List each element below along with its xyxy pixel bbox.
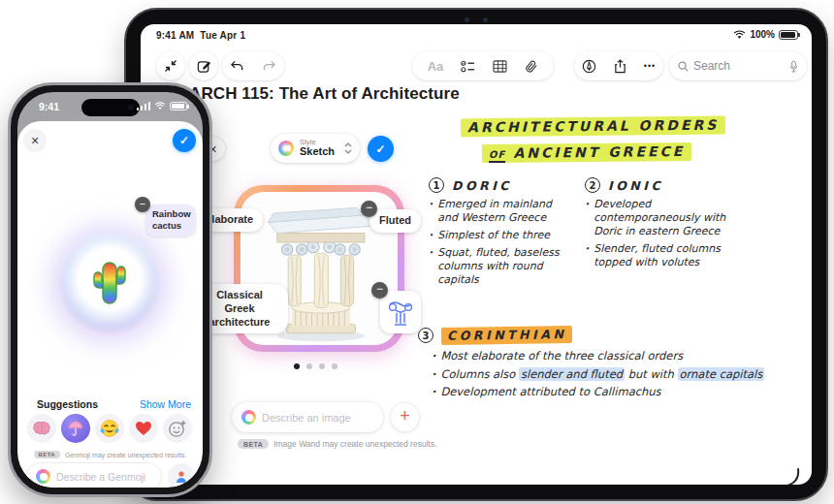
- iphone-genmoji-app: 9:41 ×: [17, 92, 203, 488]
- section-doric: 1 DORIC Emerged in mainland and Western …: [429, 177, 566, 291]
- battery-icon: [779, 30, 798, 40]
- undo-button[interactable]: [230, 60, 244, 73]
- beta-text: Image Wand may create unexpected results…: [273, 439, 436, 449]
- column-sketch-icon: [386, 297, 415, 328]
- remove-sketch-button[interactable]: −: [371, 282, 388, 299]
- image-wand-beta-note: BETA Image Wand may create unexpected re…: [238, 439, 437, 449]
- image-wand-input[interactable]: [232, 402, 383, 432]
- genmoji-accept-button[interactable]: ✓: [173, 129, 196, 152]
- doric-bullet: Emerged in mainland and Western Greece: [429, 198, 566, 225]
- show-more-link[interactable]: Show More: [140, 398, 191, 410]
- remove-cactus-tag-button[interactable]: −: [135, 197, 150, 212]
- share-button[interactable]: [614, 59, 626, 74]
- style-value: Sketch: [300, 146, 338, 158]
- more-button[interactable]: •••: [644, 61, 656, 71]
- brain-icon: [32, 421, 51, 436]
- suggestions-label: Suggestions: [37, 398, 98, 410]
- battery-icon: [170, 102, 187, 110]
- collapse-icon: [164, 59, 177, 73]
- tag-fluted[interactable]: Fluted: [369, 209, 421, 233]
- ipad-notes-app: 9:41 AM Tue Apr 1 100%: [141, 24, 812, 485]
- search-input[interactable]: [693, 59, 785, 73]
- image-wand-accept-button[interactable]: ✓: [368, 136, 394, 162]
- checklist-button[interactable]: [461, 60, 475, 73]
- add-emoji-icon: [168, 419, 187, 438]
- dictation-mic-icon[interactable]: [789, 60, 798, 73]
- suggestion-row: [27, 414, 192, 443]
- checkmark-icon: ✓: [179, 135, 189, 146]
- rainbow-cactus-emoji: [87, 259, 132, 309]
- heart-icon: [135, 421, 152, 436]
- marketing-composite: 9:41 AM Tue Apr 1 100%: [0, 0, 834, 504]
- handwriting-stroke: [777, 467, 802, 485]
- person-icon: [175, 470, 188, 484]
- corinthian-bullet: Development attributed to Callimachus: [432, 385, 775, 399]
- person-genmoji-button[interactable]: [168, 463, 195, 488]
- umbrella-icon: [67, 420, 84, 437]
- cellular-icon: [137, 102, 151, 110]
- attachment-button[interactable]: [525, 59, 538, 74]
- style-picker[interactable]: Style Sketch: [271, 134, 360, 163]
- compose-icon: [197, 59, 211, 74]
- checkmark-icon: ✓: [375, 143, 385, 155]
- genmoji-close-button[interactable]: ×: [23, 129, 47, 152]
- genmoji-preview-bubble: [58, 233, 161, 335]
- corinthian-bullet: Columns also slender and fluted but with…: [432, 367, 775, 382]
- apple-intelligence-icon: [241, 410, 256, 425]
- note-title: ARCH 115: The Art of Architecture: [189, 84, 460, 104]
- undo-redo-group: [222, 51, 284, 80]
- beta-text: Genmoji may create unexpected results.: [65, 452, 186, 458]
- search-icon: [678, 61, 689, 72]
- battery-percent: 100%: [750, 29, 775, 40]
- compose-button[interactable]: [189, 51, 218, 80]
- add-description-button[interactable]: +: [391, 403, 419, 431]
- corinthian-bullet: Most elaborate of the three classical or…: [432, 349, 775, 363]
- formatting-group: Aa: [412, 51, 554, 80]
- collapse-button[interactable]: [156, 51, 185, 80]
- page-control[interactable]: [294, 363, 337, 369]
- tag-sketch-thumbnail[interactable]: [380, 291, 421, 333]
- iphone-time: 9:41: [39, 101, 59, 112]
- heart-emoji-button[interactable]: [129, 414, 158, 443]
- section-corinthian: 3 CORINTHIAN Most elaborate of the three…: [418, 327, 775, 403]
- apple-intelligence-icon: [36, 469, 50, 484]
- iphone-status-bar: 9:41: [17, 92, 203, 121]
- text-style-button[interactable]: Aa: [428, 59, 444, 74]
- markup-button[interactable]: [582, 59, 596, 74]
- doric-number: 1: [429, 177, 444, 193]
- iphone-device: 9:41 ×: [8, 82, 212, 497]
- table-button[interactable]: [493, 60, 507, 73]
- section-ionic: 2 IONIC Developed contemporaneously with…: [585, 177, 748, 273]
- genmoji-sheet: × ✓: [17, 121, 203, 488]
- wifi-icon: [733, 30, 746, 40]
- ionic-title: IONIC: [608, 178, 663, 193]
- laughing-face-icon: [100, 419, 119, 438]
- ipad-status-bar: 9:41 AM Tue Apr 1 100%: [141, 24, 812, 46]
- describe-genmoji-input[interactable]: [56, 471, 152, 483]
- wifi-icon: [154, 102, 166, 110]
- ipad-device: 9:41 AM Tue Apr 1 100%: [124, 8, 828, 501]
- remove-fluted-button[interactable]: −: [361, 201, 377, 217]
- genmoji-beta-note: BETA Genmoji may create unexpected resul…: [34, 451, 187, 458]
- close-icon: ×: [31, 134, 39, 147]
- describe-image-input[interactable]: [262, 412, 373, 424]
- handwriting-heading-2: OFANCIENT GREECE: [482, 143, 691, 162]
- tag-rainbow-cactus[interactable]: Rainbow cactus: [145, 205, 196, 236]
- add-emoji-button[interactable]: [163, 414, 192, 443]
- ipad-front-camera: [460, 16, 493, 22]
- umbrella-emoji-button[interactable]: [61, 414, 90, 443]
- beta-badge: BETA: [238, 439, 269, 449]
- redo-button[interactable]: [262, 60, 276, 73]
- handwriting-heading-1: ARCHITECTURAL ORDERS: [461, 117, 725, 136]
- search-field[interactable]: [669, 51, 807, 80]
- dynamic-island: [81, 99, 140, 116]
- chevron-up-down-icon: [344, 142, 352, 154]
- style-sketch-icon: [278, 141, 294, 156]
- corinthian-number: 3: [418, 328, 433, 343]
- brain-emoji-button[interactable]: [27, 414, 56, 443]
- beta-badge: BETA: [34, 451, 61, 458]
- ipad-status-datetime: 9:41 AM Tue Apr 1: [156, 30, 245, 41]
- actions-group: •••: [574, 51, 663, 80]
- genmoji-input[interactable]: [26, 462, 162, 488]
- laughing-emoji-button[interactable]: [95, 414, 124, 443]
